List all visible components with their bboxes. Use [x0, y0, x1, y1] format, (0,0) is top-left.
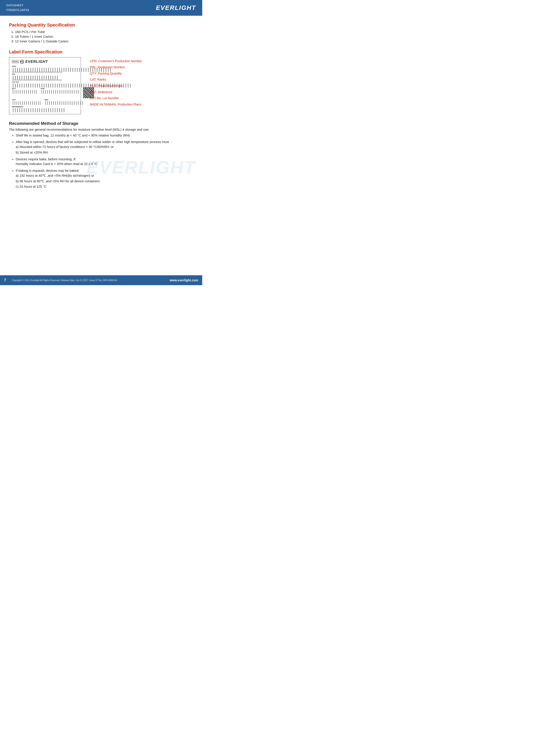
hue-barcode: |||||||||||||||||||| [41, 90, 79, 93]
footer-website: www.everlight.com [170, 279, 198, 282]
storage-list: Shelf life in sealed bag: 12 months at <… [16, 133, 193, 190]
packing-item-2: 2. 18 Tubes / 1 Inner Carton [11, 35, 193, 39]
ref-col: REF: |||||||||||||||||||| [45, 98, 84, 105]
label-form-title: Label Form Specification [9, 49, 193, 55]
packing-section: Packing Quantity Specification 1. 160 PC… [9, 22, 193, 43]
storage-bullet-3: Devices require bake, before mounting, i… [16, 157, 193, 167]
header-line2: ITR8307/L24/F43 [6, 8, 29, 13]
packing-item-3: 3. 12 Inner Cartons / 1 Outside Carton [11, 39, 193, 43]
header-line1: DATASHEET [6, 3, 29, 8]
label-mockup-header: RoHS Pb EVERLIGHT [12, 60, 78, 64]
hue-col: HUE: |||||||||||||||||||| [41, 87, 79, 94]
rohs-badge: RoHS [12, 60, 19, 63]
main-content: Packing Quantity Specification 1. 160 PC… [0, 16, 202, 209]
qty-hue-row: QTY: ||||||||||||| HUE: ||||||||||||||||… [12, 87, 78, 98]
spec-qty: QTY: Packing Quantity [90, 71, 142, 76]
spec-hue: HUE: Peak Wavelength [90, 84, 142, 88]
storage-intro: The following are general recommendation… [9, 128, 193, 131]
storage-bullet-4b: b) 96 hours at 60℃ ,and <5% RH for all d… [16, 179, 193, 184]
pb-badge: Pb [20, 60, 24, 64]
storage-bullet-2-sub: a) Mounted within 72 hours of factory co… [16, 145, 193, 155]
cat-col: CAT: ||||||||||||||| [12, 98, 41, 105]
spec-pn: P/N : Production Number [90, 65, 142, 69]
cat-ref-row: CAT: ||||||||||||||| REF: ||||||||||||||… [12, 98, 78, 105]
ref-barcode: |||||||||||||||||||| [45, 101, 84, 104]
label-form-inner: RoHS Pb EVERLIGHT CPN: // Generate barco… [9, 57, 193, 114]
footer-page: 7 [4, 278, 6, 282]
header-brand: EVERLIGHT [156, 4, 196, 12]
label-specs-list: CPN: Customer's Production Number P/N : … [90, 59, 142, 114]
spec-made: MADE IN TAIWAN: Production Place [90, 102, 142, 107]
storage-bullet-2a: a) Mounted within 72 hours of factory co… [16, 145, 193, 149]
storage-bullet-4-sub: a) 192 hours at 40℃ ,and <5% RH(dry air/… [16, 173, 193, 189]
header: DATASHEET ITR8307/L24/F43 EVERLIGHT [0, 0, 202, 16]
spec-cat: CAT: Ranks [90, 77, 142, 82]
spec-ref: REF: Reference [90, 90, 142, 94]
storage-bullet-4: If baking is required, devices may be ba… [16, 168, 193, 189]
pn-barcode: ||||||||||||||||||||| [12, 75, 78, 79]
footer-left: 7 Copyright © 2010, Everlight All Rights… [4, 278, 117, 282]
label-form-section: Label Form Specification RoHS Pb EVERLIG… [9, 49, 193, 114]
reference-barcode: |||||||||||||||||||||||| [12, 108, 78, 111]
cat-barcode: ||||||||||||||| [12, 101, 41, 104]
footer: 7 Copyright © 2010, Everlight All Rights… [0, 275, 202, 285]
spec-cpn: CPN: Customer's Production Number [90, 59, 142, 64]
storage-section: Recommended Method of Storage The follow… [9, 121, 193, 190]
storage-title: Recommended Method of Storage [9, 121, 193, 126]
footer-copyright: Copyright © 2010, Everlight All Rights R… [12, 279, 117, 282]
header-info: DATASHEET ITR8307/L24/F43 [6, 3, 29, 13]
label-brand: EVERLIGHT [25, 60, 48, 64]
spec-lot: LOT No: Lot Number [90, 96, 142, 100]
storage-bullet-4a: a) 192 hours at 40℃ ,and <5% RH(dry air/… [16, 173, 193, 178]
packing-item-1: 1. 160 PCS / Per Tube [11, 30, 193, 34]
lot-barcode: ||||||||||||||||||||||||||||||||||||||||… [12, 83, 78, 87]
pn-xtext: XXXXXXXXXX-XXXXXXXXXX-XXXXXXXXXX-XXXXXXX… [12, 79, 78, 81]
cpn-barcode: // Generate barcode bars inline via CSS … [12, 68, 78, 71]
storage-bullet-4c: c) 24 hours at 125 °C [16, 184, 193, 189]
storage-bullet-2: After bag is opened, devices that will b… [16, 140, 193, 155]
packing-title: Packing Quantity Specification [9, 22, 193, 28]
qty-barcode: ||||||||||||| [12, 90, 37, 93]
qty-col: QTY: ||||||||||||| [12, 87, 37, 94]
label-mockup: RoHS Pb EVERLIGHT CPN: // Generate barco… [9, 57, 81, 114]
packing-list: 1. 160 PCS / Per Tube 2. 18 Tubes / 1 In… [11, 30, 193, 43]
storage-bullet-2b: b) Stored at <20% RH [16, 150, 193, 155]
storage-bullet-1: Shelf life in sealed bag: 12 months at <… [16, 133, 193, 138]
